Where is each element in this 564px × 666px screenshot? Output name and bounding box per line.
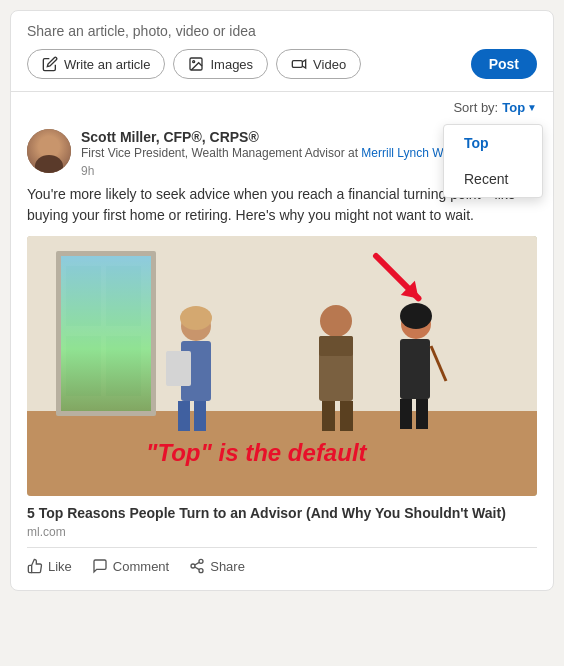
sort-option-top[interactable]: Top	[444, 125, 542, 161]
write-article-label: Write an article	[64, 57, 150, 72]
share-icon	[189, 558, 205, 574]
images-label: Images	[210, 57, 253, 72]
svg-point-1	[193, 61, 195, 63]
sort-label: Sort by:	[453, 100, 498, 115]
main-container: Share an article, photo, video or idea W…	[10, 10, 554, 591]
like-icon	[27, 558, 43, 574]
svg-rect-23	[340, 401, 353, 431]
write-icon	[42, 56, 58, 72]
svg-text:"Top" is the default: "Top" is the default	[146, 439, 368, 466]
article-image-wrap: "Top" is the default	[27, 236, 537, 496]
svg-point-19	[320, 305, 352, 337]
scene-svg: "Top" is the default	[27, 236, 537, 496]
svg-point-33	[199, 560, 203, 564]
article-title[interactable]: 5 Top Reasons People Turn to an Advisor …	[27, 504, 537, 524]
svg-point-34	[191, 564, 195, 568]
sort-dropdown: Top Recent	[443, 124, 543, 198]
svg-rect-21	[319, 336, 353, 356]
svg-rect-22	[322, 401, 335, 431]
sort-value[interactable]: Top	[502, 100, 525, 115]
svg-rect-25	[400, 339, 430, 399]
svg-line-36	[195, 567, 200, 570]
svg-rect-28	[416, 399, 428, 429]
svg-point-18	[180, 306, 212, 330]
svg-rect-2	[292, 61, 302, 68]
svg-point-35	[199, 569, 203, 573]
article-image: "Top" is the default	[27, 236, 537, 496]
comment-icon	[92, 558, 108, 574]
share-bar: Share an article, photo, video or idea W…	[11, 11, 553, 92]
svg-rect-16	[178, 401, 190, 431]
video-icon	[291, 56, 307, 72]
comment-label: Comment	[113, 559, 169, 574]
svg-line-37	[195, 563, 200, 566]
images-icon	[188, 56, 204, 72]
images-button[interactable]: Images	[173, 49, 268, 79]
share-bar-placeholder: Share an article, photo, video or idea	[27, 23, 537, 39]
svg-point-26	[400, 303, 432, 329]
avatar-image	[27, 129, 71, 173]
like-button[interactable]: Like	[27, 558, 72, 574]
article-source: ml.com	[27, 525, 537, 539]
share-label: Share	[210, 559, 245, 574]
svg-rect-15	[166, 351, 191, 386]
video-button[interactable]: Video	[276, 49, 361, 79]
svg-rect-27	[400, 399, 412, 429]
sort-bar: Sort by: Top ▼ Top Recent	[11, 92, 553, 119]
svg-rect-12	[61, 256, 151, 411]
reaction-bar: Like Comment Share	[27, 547, 537, 578]
chevron-down-icon[interactable]: ▼	[527, 102, 537, 113]
like-label: Like	[48, 559, 72, 574]
share-actions: Write an article Images Video Post	[27, 49, 537, 79]
video-label: Video	[313, 57, 346, 72]
write-article-button[interactable]: Write an article	[27, 49, 165, 79]
post-button[interactable]: Post	[471, 49, 537, 79]
comment-button[interactable]: Comment	[92, 558, 169, 574]
svg-rect-17	[194, 401, 206, 431]
sort-option-recent[interactable]: Recent	[444, 161, 542, 197]
avatar	[27, 129, 71, 173]
share-button[interactable]: Share	[189, 558, 245, 574]
